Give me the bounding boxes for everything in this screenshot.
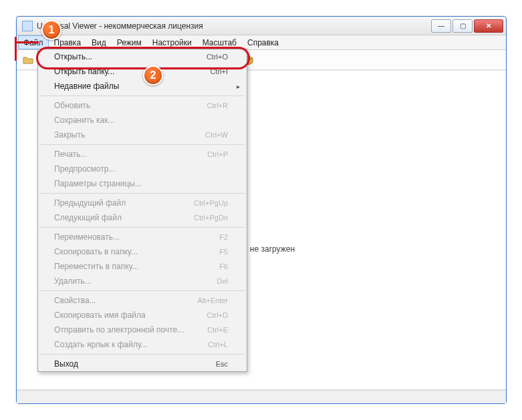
window-title: Universal Viewer - некоммерческая лиценз… [37,21,430,31]
menu-item-shortcut: F2 [219,233,228,241]
titlebar[interactable]: Universal Viewer - некоммерческая лиценз… [17,17,506,35]
menu-item-label: Предыдущий файл [54,198,194,208]
annotation-badge-1: 1 [41,20,61,40]
menu-item-shortcut: Ctrl+E [207,326,228,334]
menu-item-label: Удалить... [54,276,217,286]
menu-item-shortcut: Alt+Enter [197,296,228,304]
menu-item: Переместить в папку...F6 [38,259,247,274]
menu-item-label: Переименовать... [54,232,219,242]
menu-item-label: Отправить по электронной почте... [54,325,207,335]
menu-item-shortcut: Ctrl+R [207,101,228,110]
menu-item-label: Предпросмотр... [54,164,228,174]
menu-item: Скопировать в папку...F5 [38,244,247,259]
menu-item-label: Закрыть [54,130,205,140]
menu-item-label: Свойства... [54,296,197,305]
menu-item-shortcut: Ctrl+D [207,311,228,319]
menu-item-shortcut: Ctrl+L [208,341,228,349]
menu-item: Свойства...Alt+Enter [38,293,247,308]
file-menu-dropdown: Открыть...Ctrl+OОткрыть папку...Ctrl+IНе… [37,49,247,372]
menu-item-label: Недавние файлы [54,81,228,91]
menu-item: Параметры страницы... [38,176,247,191]
close-button[interactable]: ✕ [474,19,503,33]
menu-mode[interactable]: Режим [112,35,147,49]
menu-item[interactable]: Недавние файлы [38,79,247,93]
menu-item: Предыдущий файлCtrl+PgUp [38,196,247,210]
menu-item: Предпросмотр... [38,162,247,176]
menu-item-shortcut: Ctrl+PgUp [194,199,228,207]
menu-item-label: Скопировать имя файла [54,310,207,320]
menu-item-shortcut: Ctrl+W [205,131,228,139]
status-bar [17,390,506,403]
menu-item: ОбновитьCtrl+R [38,98,247,113]
menu-settings[interactable]: Настройки [147,35,197,49]
menu-item-label: Скопировать в папку... [54,247,219,256]
menu-item[interactable]: ВыходEsc [38,357,247,371]
menu-item-shortcut: Esc [216,360,228,368]
minimize-button[interactable]: — [431,19,451,33]
annotation-pointer-line [15,41,39,43]
menu-item-shortcut: F6 [219,262,228,270]
menu-item: Переименовать...F2 [38,230,247,244]
menu-separator [39,354,245,355]
menu-separator [39,227,245,228]
menu-item[interactable]: Открыть папку...Ctrl+I [38,64,247,79]
maximize-button[interactable]: ▢ [452,19,473,33]
menu-item: Создать ярлык к файлу...Ctrl+L [38,337,247,352]
menu-item-shortcut: Ctrl+PgDn [194,214,228,222]
menu-separator [39,290,245,291]
menu-help[interactable]: Справка [242,35,284,49]
menu-item-shortcut: F5 [219,248,228,256]
menu-item: Удалить...Del [38,274,247,288]
menu-item-label: Печать... [54,150,207,159]
menu-zoom[interactable]: Масштаб [197,35,242,49]
menu-item-shortcut: Del [217,277,228,285]
menu-item-shortcut: Ctrl+O [207,53,228,61]
menu-item: Сохранить как... [38,113,247,128]
menu-item-label: Параметры страницы... [54,179,228,188]
app-icon [22,21,33,31]
menu-item[interactable]: Открыть...Ctrl+O [38,49,247,64]
menu-item-label: Сохранить как... [54,116,228,125]
menu-separator [39,144,245,145]
menu-item: Отправить по электронной почте...Ctrl+E [38,323,247,337]
menu-item-label: Следующий файл [54,213,194,222]
menu-item-label: Открыть папку... [54,67,210,76]
menu-item-label: Переместить в папку... [54,262,219,271]
annotation-pointer-tick [15,37,17,61]
menu-item: Скопировать имя файлаCtrl+D [38,308,247,323]
menu-separator [39,193,245,194]
menu-item-shortcut: Ctrl+I [210,67,228,75]
menu-item: Печать...Ctrl+P [38,147,247,162]
menu-item-label: Обновить [54,101,207,110]
annotation-badge-2: 2 [143,65,163,85]
menu-separator [39,95,245,96]
menu-view[interactable]: Вид [86,35,112,49]
menu-item-shortcut: Ctrl+P [207,150,228,158]
folder-open-icon[interactable] [21,53,35,67]
menu-item-label: Создать ярлык к файлу... [54,340,208,349]
menubar: Файл Правка Вид Режим Настройки Масштаб … [17,35,506,50]
menu-item-label: Выход [54,359,216,369]
menu-item-label: Открыть... [54,52,207,61]
menu-item: Следующий файлCtrl+PgDn [38,210,247,225]
menu-item: ЗакрытьCtrl+W [38,128,247,142]
